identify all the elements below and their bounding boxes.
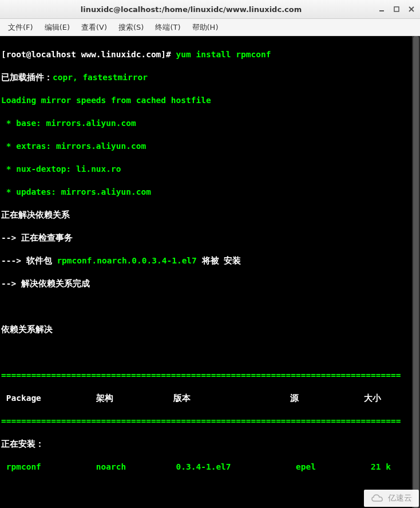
output-line: 正在解决依赖关系 xyxy=(1,209,419,220)
scrollbar[interactable] xyxy=(412,36,420,508)
menubar: 文件(F) 编辑(E) 查看(V) 搜索(S) 终端(T) 帮助(H) xyxy=(0,19,420,36)
output-text: copr, fastestmirror xyxy=(53,73,148,82)
output-text: 已加载插件： xyxy=(1,73,53,82)
menu-help[interactable]: 帮助(H) xyxy=(187,21,224,34)
empty-line xyxy=(1,346,419,358)
output-line: --> 正在检查事务 xyxy=(1,232,419,243)
menu-view[interactable]: 查看(V) xyxy=(76,21,113,34)
package-name: rpmconf.noarch.0.0.3.4-1.el7 xyxy=(57,256,196,265)
output-line: 正在安装： xyxy=(1,438,419,450)
output-line: * extras: mirrors.aliyun.com xyxy=(1,140,419,152)
window-controls xyxy=(378,5,415,13)
output-line: Loading mirror speeds from cached hostfi… xyxy=(1,94,419,106)
output-line: 依赖关系解决 xyxy=(1,324,419,335)
menu-file[interactable]: 文件(F) xyxy=(2,21,39,34)
watermark: 亿速云 xyxy=(364,490,419,507)
svg-rect-1 xyxy=(394,7,399,11)
terminal-content: [root@localhost www.linuxidc.com]# yum i… xyxy=(1,37,419,508)
menu-edit[interactable]: 编辑(E) xyxy=(39,21,76,34)
maximize-icon[interactable] xyxy=(393,5,401,13)
output-line: * nux-dextop: li.nux.ro xyxy=(1,163,419,175)
command: yum install rpmconf xyxy=(176,50,271,59)
output-text: 将被 安装 xyxy=(197,256,241,265)
output-line: * base: mirrors.aliyun.com xyxy=(1,117,419,129)
cloud-icon xyxy=(371,494,385,503)
output-line: --> 解决依赖关系完成 xyxy=(1,278,419,289)
prompt: [root@localhost www.linuxidc.com]# xyxy=(1,50,176,59)
terminal[interactable]: [root@localhost www.linuxidc.com]# yum i… xyxy=(0,36,420,508)
empty-line xyxy=(1,301,419,312)
output-text: ---> 软件包 xyxy=(1,256,57,265)
menu-search[interactable]: 搜索(S) xyxy=(113,21,149,34)
window-title: linuxidc@localhost:/home/linuxidc/www.li… xyxy=(5,5,378,14)
watermark-text: 亿速云 xyxy=(388,493,412,503)
table-header: Package 架构 版本 源 大小 xyxy=(1,392,419,404)
separator: ========================================… xyxy=(1,369,419,381)
titlebar: linuxidc@localhost:/home/linuxidc/www.li… xyxy=(0,0,420,19)
table-row: rpmconf noarch 0.3.4-1.el7 epel 21 k xyxy=(1,461,419,472)
separator: ========================================… xyxy=(1,415,419,427)
empty-line xyxy=(1,484,419,495)
close-icon[interactable] xyxy=(407,5,415,13)
output-line: * updates: mirrors.aliyun.com xyxy=(1,186,419,198)
menu-terminal[interactable]: 终端(T) xyxy=(149,21,186,34)
scrollbar-thumb[interactable] xyxy=(413,36,419,508)
minimize-icon[interactable] xyxy=(378,5,386,13)
